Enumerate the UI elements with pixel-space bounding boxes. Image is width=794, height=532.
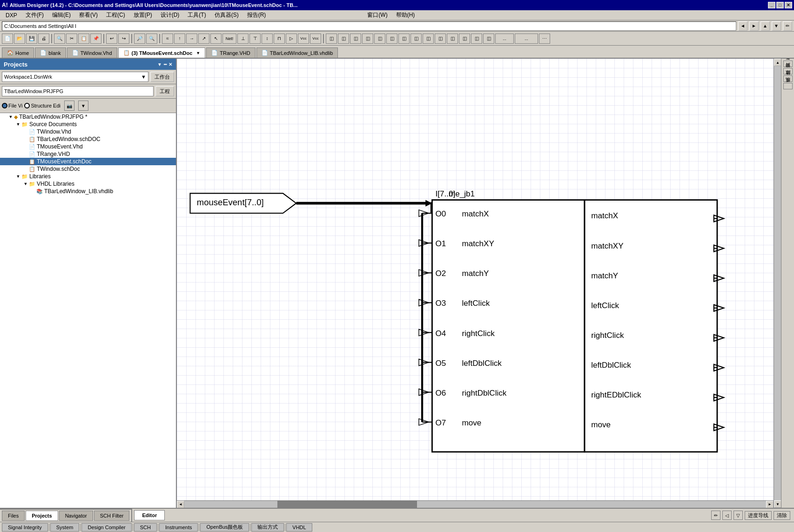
tb-r9[interactable]: ◫ (423, 34, 434, 44)
menu-edit[interactable]: 编辑(E) (48, 10, 74, 20)
menu-place[interactable]: 放置(P) (130, 10, 156, 20)
tree-item-source-docs[interactable]: ▼ 📁 Source Documents (0, 121, 176, 128)
tb-btn7[interactable]: ⊤ (249, 34, 261, 44)
menu-window[interactable]: 窗口(W) (363, 10, 391, 20)
clear-button[interactable]: 清除 (774, 511, 790, 520)
tree-item-twindow-vhd[interactable]: 📄 TWindow.Vhd (0, 128, 176, 135)
tree-item-libraries[interactable]: ▼ 📁 Libraries (0, 173, 176, 180)
project-button[interactable]: 工程 (155, 86, 174, 96)
filter-button2[interactable]: ▽ (733, 511, 743, 520)
new-button[interactable]: 📄 (2, 34, 13, 44)
tb-btn2[interactable]: ↑ (174, 34, 185, 44)
tb-r3[interactable]: ◫ (350, 34, 361, 44)
menu-sim[interactable]: 仿真器(S) (211, 10, 242, 20)
tb-vcc2[interactable]: Vcc (310, 34, 321, 44)
menu-dxp[interactable]: DXP (2, 11, 21, 20)
tb-r14[interactable]: ◫ (483, 34, 494, 44)
print-button[interactable]: 🖨 (38, 34, 49, 44)
tree-item-twindow-schdoc[interactable]: 📋 TWindow.schDoc (0, 165, 176, 173)
maximize-button[interactable]: □ (776, 2, 784, 8)
tree-toggle-project[interactable]: ▼ (7, 114, 14, 119)
project-dropdown[interactable]: TBarLedWindow.PRJFPG (2, 86, 154, 96)
addr-forward-button[interactable]: ► (749, 21, 759, 31)
tb-btn3[interactable]: → (186, 34, 197, 44)
tab-blank[interactable]: 📄 blank (35, 47, 66, 58)
menu-report[interactable]: 报告(R) (243, 10, 270, 20)
tb-r4[interactable]: ◫ (362, 34, 373, 44)
cut-button[interactable]: ✂ (66, 34, 77, 44)
scroll-up-button[interactable]: ▲ (774, 59, 781, 66)
sidebar-right-btn2[interactable]: 管脚 (783, 68, 793, 74)
tb-r13[interactable]: ◫ (471, 34, 482, 44)
menu-help[interactable]: 帮助(H) (392, 10, 419, 20)
address-input[interactable]: C:\Documents and Settings\All l (2, 21, 736, 31)
tree-item-project[interactable]: ▼ ◆ TBarLedWindow.PRJFPG * (0, 113, 176, 121)
menu-tools[interactable]: 工具(T) (184, 10, 209, 20)
editor-tab[interactable]: Editor (134, 510, 165, 520)
workspace-dropdown[interactable]: Workspace1.DsnWrk ▼ (2, 72, 148, 82)
tb-btn5[interactable]: ↖ (210, 34, 222, 44)
copy-button[interactable]: 📋 (78, 34, 89, 44)
tree-item-tbarled-schdoc[interactable]: 📋 TBarLedWindow.schDOC (0, 135, 176, 143)
sidebar-right-btn1[interactable]: 颜色 (783, 61, 793, 67)
status-sch[interactable]: SCH (134, 523, 157, 532)
net-btn[interactable]: Net! (222, 34, 236, 44)
undo-button[interactable]: ↩ (106, 34, 117, 44)
redo-button[interactable]: ↪ (118, 34, 129, 44)
tb-r6[interactable]: ◫ (386, 34, 397, 44)
tb-btn4[interactable]: ↗ (198, 34, 209, 44)
tb-r5[interactable]: ◫ (374, 34, 385, 44)
tb-r8[interactable]: ◫ (410, 34, 422, 44)
sidebar-right-btn4[interactable]: 系统 (783, 83, 793, 89)
scroll-left-button[interactable]: ◄ (177, 501, 184, 508)
tree-item-tmouseevent-vhd[interactable]: 📄 TMouseEvent.Vhd (0, 143, 176, 150)
tree-toggle-source[interactable]: ▼ (15, 122, 21, 127)
tb-btn10[interactable]: ▷ (286, 34, 297, 44)
menu-design[interactable]: 设计(D) (157, 10, 183, 20)
scroll-v-track[interactable] (774, 66, 781, 500)
close-button[interactable]: ✕ (785, 2, 792, 8)
sidebar-close-button[interactable]: ✕ (168, 62, 172, 67)
menu-view[interactable]: 察看(V) (75, 10, 101, 20)
sidebar-pin-button[interactable]: ▼ (157, 62, 162, 67)
tab-tmouseevent-schdoc[interactable]: 📋 (3) TMouseEvent.schDoc ▼ (118, 47, 206, 58)
tb-r15[interactable]: ... (495, 34, 514, 44)
schematic-canvas[interactable]: mouseEvent[7..0] I[7..0] me_jb1 O (177, 59, 774, 500)
tb-r2[interactable]: ◫ (338, 34, 349, 44)
tb-r7[interactable]: ◫ (398, 34, 410, 44)
scroll-down-button[interactable]: ▼ (774, 500, 781, 508)
status-system[interactable]: System (50, 523, 80, 532)
status-instruments[interactable]: Instruments (159, 523, 198, 532)
filter-button1[interactable]: ◁ (722, 511, 732, 520)
tab-home[interactable]: 🏠 Home (2, 47, 34, 58)
tb-vcc1[interactable]: Vcc (298, 34, 309, 44)
addr-down-button[interactable]: ▼ (772, 21, 781, 31)
sidebar-view-btn2[interactable]: ▼ (78, 101, 88, 111)
workspace-button[interactable]: 工作台 (150, 72, 174, 82)
tree-toggle-libs[interactable]: ▼ (15, 174, 21, 179)
sidebar-pin2-button[interactable]: ━ (164, 62, 167, 67)
minimize-button[interactable]: _ (768, 2, 775, 8)
tree-item-tbarled-lib[interactable]: 📚 TBarLedWindow_LIB.vhdlib (0, 188, 176, 195)
addr-up-button[interactable]: ▲ (760, 21, 770, 31)
status-openbus[interactable]: OpenBus颜色板 (200, 523, 249, 532)
tab-trange-vhd[interactable]: 📄 TRange.VHD (206, 47, 255, 58)
tab-tbarledwindow-lib[interactable]: 📄 TBarLedWindow_LIB.vhdlib (256, 47, 338, 58)
menu-project[interactable]: 工程(C) (102, 10, 129, 20)
tab-twindow-vhd[interactable]: 📄 TWindow.Vhd (67, 47, 117, 58)
sidebar-right-btn3[interactable]: 故障 (783, 75, 793, 82)
tab-dropdown-icon[interactable]: ▼ (196, 51, 200, 55)
tb-r16[interactable]: ... (515, 34, 538, 44)
tb-btn8[interactable]: ↕ (262, 34, 273, 44)
view-file-radio[interactable]: File Vi (2, 103, 22, 108)
tab-files[interactable]: Files (2, 511, 25, 521)
open-button[interactable]: 📂 (14, 34, 25, 44)
progress-wire-button[interactable]: 进度导线 (745, 511, 772, 520)
pencil-button[interactable]: ✏ (711, 511, 720, 520)
tb-btn9[interactable]: ⊓ (274, 34, 285, 44)
zoom-in-button[interactable]: 🔎 (134, 34, 145, 44)
view-structure-radio[interactable]: Structure Edi (24, 103, 61, 108)
tab-projects[interactable]: Projects (26, 511, 58, 521)
addr-back-button[interactable]: ◄ (738, 21, 747, 31)
status-design-compiler[interactable]: Design Compiler (81, 523, 131, 532)
